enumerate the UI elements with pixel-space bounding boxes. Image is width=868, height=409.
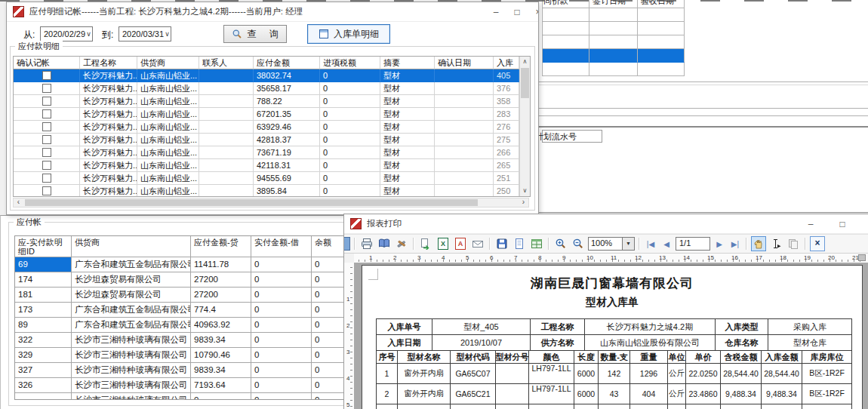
close-button[interactable]: × <box>863 217 868 232</box>
page-number-field[interactable]: 1/1 <box>676 237 710 251</box>
close-button[interactable]: × <box>528 5 539 20</box>
title-bar[interactable]: 报表打印 <box>344 214 868 234</box>
previous-page-button[interactable]: ◀ <box>660 240 673 248</box>
chevron-down-icon[interactable]: ▼ <box>622 238 634 250</box>
table-row[interactable]: 181长沙坦森贸易有限公司2720000 <box>15 288 345 303</box>
table-row[interactable]: 长沙万科魅力...山东南山铝业...35658.170型材376 <box>14 82 530 95</box>
column-header[interactable]: 工程名称 <box>80 57 137 69</box>
window-icon <box>319 29 329 39</box>
table-row[interactable]: 69广东合和建筑五金制品有限公司11411.7800 <box>15 257 345 272</box>
title-bar[interactable]: 应付明细记帐------当前工程: 长沙万科魅力之城4.2期------当前用户… <box>7 2 538 22</box>
table-row[interactable]: 长沙万科魅力...山东南山铝业...94555.690型材251 <box>14 172 530 185</box>
app-icon <box>13 6 24 17</box>
save-icon[interactable] <box>494 236 509 251</box>
column-header[interactable]: 应付金额 <box>254 57 320 69</box>
column-header[interactable]: 供货商 <box>137 57 199 69</box>
confirm-checkbox[interactable] <box>42 97 51 106</box>
confirm-checkbox[interactable] <box>42 148 51 157</box>
table-cell: 404 <box>630 384 668 404</box>
hand-tool-icon[interactable] <box>751 236 766 251</box>
column-header[interactable]: 实付金额-借 <box>251 236 312 257</box>
table-row[interactable]: 长沙万科魅力...山东南山铝业...63929.460型材276 <box>14 121 530 134</box>
table-row[interactable]: 长沙万科魅力...山东南山铝业...38032.740型材405 <box>14 69 530 82</box>
maximize-button[interactable]: □ <box>832 217 853 232</box>
preview-area[interactable]: 湖南巨晟门窗幕墙有限公司 型材入库单 入库单号型材_405工程名称长沙万科魅力之… <box>354 263 868 409</box>
table-row[interactable]: 长沙万科魅力...山东南山铝业...73671.190型材266 <box>14 146 530 159</box>
divider <box>539 85 868 85</box>
document-icon[interactable] <box>512 236 527 251</box>
column-header[interactable]: 供货商 <box>72 236 191 257</box>
scroll-right-icon[interactable]: › <box>519 198 528 207</box>
table-row[interactable]: 长沙万科魅力...山东南山铝业...3895.840型材250 <box>14 185 530 196</box>
table-cell: 266 <box>494 146 519 159</box>
column-header[interactable]: 联系人 <box>199 57 254 69</box>
table-cell: LH797-1LL <box>529 364 574 384</box>
scrollbar-thumb[interactable] <box>25 199 478 206</box>
grid-view-icon[interactable] <box>529 236 544 251</box>
table-cell: 0 <box>312 378 345 393</box>
maximize-button[interactable]: □ <box>506 5 528 20</box>
table-row[interactable]: 327长沙市三湘特种玻璃有限公司9839.3400 <box>15 363 345 378</box>
print-icon[interactable] <box>359 236 374 251</box>
scroll-down-icon[interactable]: ∨ <box>520 186 530 196</box>
zoom-in-icon[interactable] <box>553 236 568 251</box>
inbound-detail-button[interactable]: 入库单明细 <box>307 24 390 44</box>
text-select-icon[interactable] <box>768 236 783 251</box>
column-header[interactable]: 摘要 <box>380 57 435 69</box>
confirm-checkbox[interactable] <box>42 135 51 144</box>
column-header[interactable]: 应付金额-贷 <box>191 236 251 257</box>
minimize-button[interactable]: – <box>800 217 821 232</box>
page-setup-icon[interactable] <box>377 236 392 251</box>
confirm-checkbox[interactable] <box>42 109 51 118</box>
column-header[interactable]: 入库 <box>494 57 519 69</box>
close-preview-icon[interactable]: × <box>810 236 825 251</box>
confirm-checkbox[interactable] <box>42 161 51 170</box>
scrollbar-thumb[interactable] <box>521 68 529 98</box>
vertical-scrollbar[interactable]: ∧ ∨ <box>519 57 530 196</box>
first-page-button[interactable]: |◀ <box>644 240 657 248</box>
table-row[interactable]: 174长沙坦森贸易有限公司2720000 <box>15 272 345 288</box>
table-row[interactable]: 长沙万科魅力...山东南山铝业...42118.310型材265 <box>14 159 530 172</box>
table-row[interactable] <box>543 63 685 76</box>
zoom-out-icon[interactable] <box>571 236 586 251</box>
confirm-checkbox[interactable] <box>42 122 51 131</box>
column-header[interactable]: 确认日期 <box>435 57 494 69</box>
minimize-button[interactable]: – <box>485 5 506 20</box>
scroll-left-icon[interactable]: ‹ <box>14 198 23 207</box>
confirm-checkbox[interactable] <box>42 84 51 93</box>
scroll-up-icon[interactable]: ∧ <box>520 57 530 67</box>
last-page-button[interactable]: ▶| <box>728 240 742 248</box>
table-row[interactable]: 173广东合和建筑五金制品有限公司774.400 <box>15 303 345 318</box>
horizontal-scrollbar[interactable]: ‹ › <box>13 198 529 208</box>
confirm-checkbox[interactable] <box>42 186 51 195</box>
table-row[interactable] <box>543 35 685 49</box>
table-row[interactable] <box>543 49 685 63</box>
serial-number-field[interactable]: 计划流水号 <box>542 130 602 143</box>
confirm-checkbox[interactable] <box>42 71 51 80</box>
table-row[interactable] <box>543 8 685 22</box>
to-date-combo[interactable]: 2020/03/31 ∨ <box>119 26 171 42</box>
table-row[interactable]: 329长沙市三湘特种玻璃有限公司10790.4600 <box>15 348 345 363</box>
table-row[interactable]: 长沙万科魅力...山东南山铝业...788.220型材358 <box>14 95 530 108</box>
table-row[interactable] <box>543 22 685 35</box>
table-row[interactable]: 长沙万科魅力...山东南山铝业...67201.350型材283 <box>14 108 530 121</box>
email-icon[interactable] <box>470 236 485 251</box>
table-row[interactable]: 322长沙市三湘特种玻璃有限公司9839.3400 <box>15 333 345 348</box>
column-header[interactable]: 余额 <box>312 236 345 257</box>
export-icon[interactable] <box>418 236 433 251</box>
query-button[interactable]: 查 询 <box>223 25 287 43</box>
table-row[interactable]: 326长沙市三湘特种玻璃有限公司7193.6400 <box>15 378 345 393</box>
column-header[interactable]: 确认记帐 <box>14 57 80 69</box>
export-pdf-icon[interactable]: A <box>453 236 468 251</box>
table-row[interactable]: 89广东合和建筑五金制品有限公司40963.9200 <box>15 318 345 333</box>
column-header[interactable]: 应-实付款明细ID <box>15 236 72 257</box>
options-icon[interactable] <box>394 236 409 251</box>
column-header[interactable]: 进项税额 <box>320 57 380 69</box>
table-row[interactable]: 长沙万科魅力...山东南山铝业...42818.370型材275 <box>14 134 530 146</box>
next-page-button[interactable]: ▶ <box>713 240 726 248</box>
table-row[interactable]: 长沙市三湘特种玻璃有限公司000 <box>15 393 345 399</box>
from-date-combo[interactable]: 2020/02/29 ∨ <box>40 26 93 42</box>
zoom-level-combo[interactable]: 100% ▼ <box>588 237 635 251</box>
confirm-checkbox[interactable] <box>42 174 51 183</box>
export-excel-icon[interactable]: X <box>436 236 451 251</box>
